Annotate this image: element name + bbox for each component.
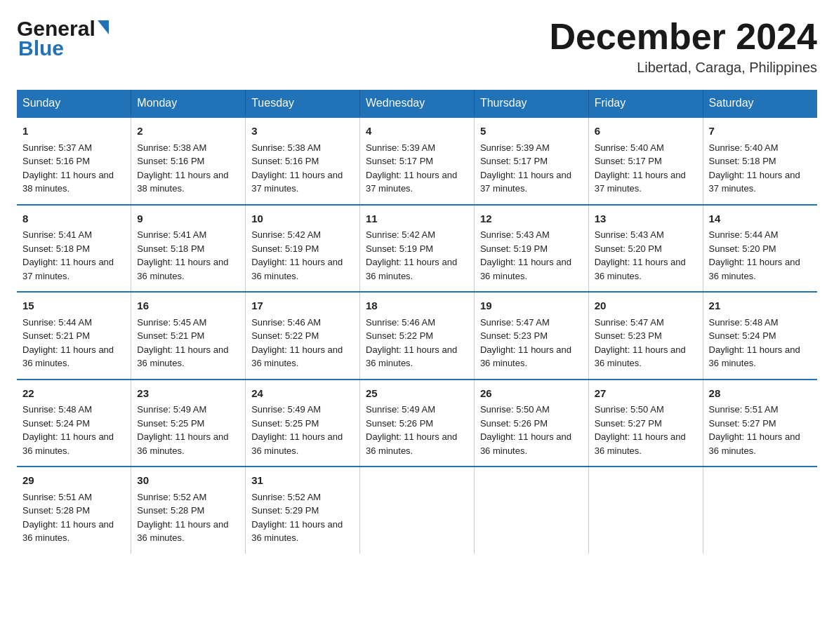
calendar-cell [588,467,703,554]
calendar-week-row: 29Sunrise: 5:51 AMSunset: 5:28 PMDayligh… [17,467,817,554]
day-info: Sunrise: 5:52 AMSunset: 5:28 PMDaylight:… [137,492,228,544]
day-number: 4 [366,123,468,140]
day-number: 3 [251,123,354,140]
calendar-cell: 31Sunrise: 5:52 AMSunset: 5:29 PMDayligh… [246,467,360,554]
day-info: Sunrise: 5:41 AMSunset: 5:18 PMDaylight:… [137,229,228,281]
page-header: General Blue December 2024 Libertad, Car… [17,17,817,76]
day-number: 22 [22,386,125,402]
day-info: Sunrise: 5:39 AMSunset: 5:17 PMDaylight:… [366,142,457,194]
day-info: Sunrise: 5:49 AMSunset: 5:26 PMDaylight:… [366,404,457,456]
day-info: Sunrise: 5:43 AMSunset: 5:20 PMDaylight:… [595,229,686,281]
logo-arrow-icon [98,20,109,34]
day-info: Sunrise: 5:49 AMSunset: 5:25 PMDaylight:… [251,404,343,456]
day-info: Sunrise: 5:42 AMSunset: 5:19 PMDaylight:… [366,229,457,281]
day-info: Sunrise: 5:47 AMSunset: 5:23 PMDaylight:… [595,317,686,369]
day-number: 27 [595,386,697,402]
day-info: Sunrise: 5:41 AMSunset: 5:18 PMDaylight:… [22,229,114,281]
day-info: Sunrise: 5:50 AMSunset: 5:26 PMDaylight:… [480,404,571,456]
day-info: Sunrise: 5:43 AMSunset: 5:19 PMDaylight:… [480,229,571,281]
day-info: Sunrise: 5:50 AMSunset: 5:27 PMDaylight:… [595,404,686,456]
calendar-cell: 10Sunrise: 5:42 AMSunset: 5:19 PMDayligh… [246,205,360,293]
day-number: 6 [595,123,697,140]
calendar-cell: 24Sunrise: 5:49 AMSunset: 5:25 PMDayligh… [246,380,360,467]
day-info: Sunrise: 5:52 AMSunset: 5:29 PMDaylight:… [251,492,343,544]
calendar-cell: 21Sunrise: 5:48 AMSunset: 5:24 PMDayligh… [703,292,817,380]
calendar-cell: 1Sunrise: 5:37 AMSunset: 5:16 PMDaylight… [17,117,131,205]
day-info: Sunrise: 5:40 AMSunset: 5:18 PMDaylight:… [709,142,800,194]
day-info: Sunrise: 5:47 AMSunset: 5:23 PMDaylight:… [480,317,571,369]
day-number: 20 [595,298,697,314]
day-number: 14 [709,211,812,227]
day-number: 24 [251,386,354,402]
calendar-cell: 7Sunrise: 5:40 AMSunset: 5:18 PMDaylight… [703,117,817,205]
day-number: 12 [480,211,583,227]
day-number: 21 [709,298,812,314]
day-info: Sunrise: 5:42 AMSunset: 5:19 PMDaylight:… [251,229,343,281]
location-subtitle: Libertad, Caraga, Philippines [549,60,817,76]
day-number: 2 [137,123,239,140]
calendar-cell: 6Sunrise: 5:40 AMSunset: 5:17 PMDaylight… [588,117,703,205]
calendar-cell: 11Sunrise: 5:42 AMSunset: 5:19 PMDayligh… [360,205,475,293]
day-info: Sunrise: 5:37 AMSunset: 5:16 PMDaylight:… [22,142,114,194]
day-info: Sunrise: 5:48 AMSunset: 5:24 PMDaylight:… [22,404,114,456]
calendar-cell: 15Sunrise: 5:44 AMSunset: 5:21 PMDayligh… [17,292,131,380]
day-number: 26 [480,386,583,402]
calendar-week-row: 22Sunrise: 5:48 AMSunset: 5:24 PMDayligh… [17,380,817,467]
calendar-cell: 30Sunrise: 5:52 AMSunset: 5:28 PMDayligh… [131,467,246,554]
calendar-cell [703,467,817,554]
day-number: 31 [251,473,354,489]
calendar-week-row: 15Sunrise: 5:44 AMSunset: 5:21 PMDayligh… [17,292,817,380]
day-number: 15 [22,298,125,314]
calendar-cell: 19Sunrise: 5:47 AMSunset: 5:23 PMDayligh… [474,292,588,380]
day-info: Sunrise: 5:45 AMSunset: 5:21 PMDaylight:… [137,317,228,369]
calendar-cell: 4Sunrise: 5:39 AMSunset: 5:17 PMDaylight… [360,117,475,205]
day-info: Sunrise: 5:44 AMSunset: 5:20 PMDaylight:… [709,229,800,281]
calendar-cell: 25Sunrise: 5:49 AMSunset: 5:26 PMDayligh… [360,380,475,467]
weekday-header-friday: Friday [588,90,703,117]
calendar-header: SundayMondayTuesdayWednesdayThursdayFrid… [17,90,817,117]
weekday-header-tuesday: Tuesday [246,90,360,117]
calendar-cell: 29Sunrise: 5:51 AMSunset: 5:28 PMDayligh… [17,467,131,554]
day-info: Sunrise: 5:46 AMSunset: 5:22 PMDaylight:… [251,317,343,369]
calendar-cell: 8Sunrise: 5:41 AMSunset: 5:18 PMDaylight… [17,205,131,293]
calendar-week-row: 1Sunrise: 5:37 AMSunset: 5:16 PMDaylight… [17,117,817,205]
day-number: 16 [137,298,239,314]
day-number: 18 [366,298,468,314]
calendar-week-row: 8Sunrise: 5:41 AMSunset: 5:18 PMDaylight… [17,205,817,293]
day-info: Sunrise: 5:49 AMSunset: 5:25 PMDaylight:… [137,404,228,456]
calendar-cell: 13Sunrise: 5:43 AMSunset: 5:20 PMDayligh… [588,205,703,293]
calendar-cell: 23Sunrise: 5:49 AMSunset: 5:25 PMDayligh… [131,380,246,467]
month-title: December 2024 [549,17,817,57]
calendar-cell: 17Sunrise: 5:46 AMSunset: 5:22 PMDayligh… [246,292,360,380]
calendar-cell: 26Sunrise: 5:50 AMSunset: 5:26 PMDayligh… [474,380,588,467]
logo: General Blue [17,17,109,60]
calendar-cell [474,467,588,554]
day-number: 25 [366,386,468,402]
day-number: 29 [22,473,125,489]
calendar-cell: 9Sunrise: 5:41 AMSunset: 5:18 PMDaylight… [131,205,246,293]
title-block: December 2024 Libertad, Caraga, Philippi… [549,17,817,76]
calendar-cell: 3Sunrise: 5:38 AMSunset: 5:16 PMDaylight… [246,117,360,205]
calendar-cell: 22Sunrise: 5:48 AMSunset: 5:24 PMDayligh… [17,380,131,467]
day-number: 8 [22,211,125,227]
calendar-cell: 14Sunrise: 5:44 AMSunset: 5:20 PMDayligh… [703,205,817,293]
day-info: Sunrise: 5:44 AMSunset: 5:21 PMDaylight:… [22,317,114,369]
day-info: Sunrise: 5:46 AMSunset: 5:22 PMDaylight:… [366,317,457,369]
calendar-cell: 5Sunrise: 5:39 AMSunset: 5:17 PMDaylight… [474,117,588,205]
day-number: 28 [709,386,812,402]
weekday-header-monday: Monday [131,90,246,117]
day-info: Sunrise: 5:48 AMSunset: 5:24 PMDaylight:… [709,317,800,369]
day-number: 17 [251,298,354,314]
calendar-cell: 28Sunrise: 5:51 AMSunset: 5:27 PMDayligh… [703,380,817,467]
weekday-header-sunday: Sunday [17,90,131,117]
calendar-cell: 20Sunrise: 5:47 AMSunset: 5:23 PMDayligh… [588,292,703,380]
day-info: Sunrise: 5:40 AMSunset: 5:17 PMDaylight:… [595,142,686,194]
calendar-cell: 12Sunrise: 5:43 AMSunset: 5:19 PMDayligh… [474,205,588,293]
day-info: Sunrise: 5:51 AMSunset: 5:28 PMDaylight:… [22,492,114,544]
weekday-header-saturday: Saturday [703,90,817,117]
day-info: Sunrise: 5:39 AMSunset: 5:17 PMDaylight:… [480,142,571,194]
day-info: Sunrise: 5:38 AMSunset: 5:16 PMDaylight:… [251,142,343,194]
day-info: Sunrise: 5:38 AMSunset: 5:16 PMDaylight:… [137,142,228,194]
day-number: 1 [22,123,125,140]
day-info: Sunrise: 5:51 AMSunset: 5:27 PMDaylight:… [709,404,800,456]
